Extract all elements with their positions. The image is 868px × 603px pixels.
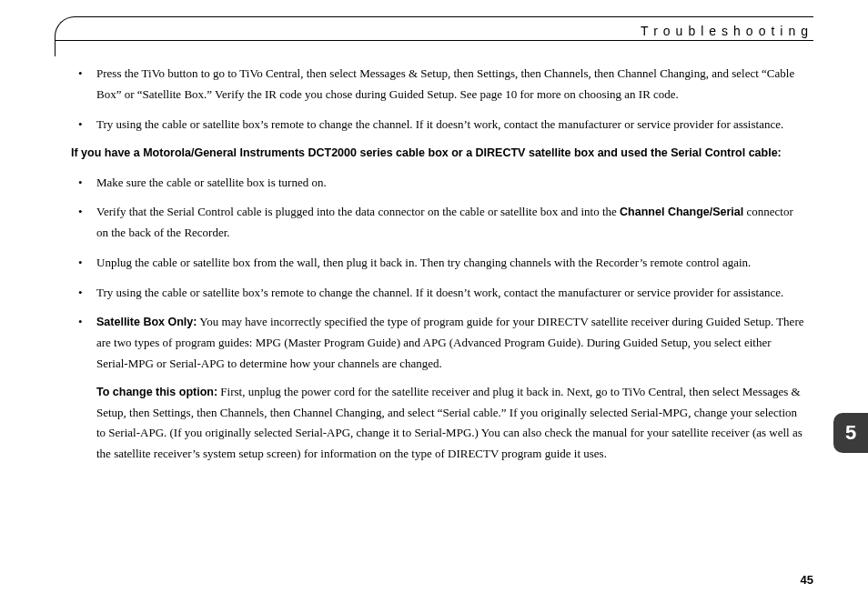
header-bottom-rule bbox=[55, 40, 813, 41]
bold-label: Satellite Box Only: bbox=[96, 316, 197, 328]
page: Troubleshooting Press the TiVo button to… bbox=[0, 0, 868, 603]
list-item: Unplug the cable or satellite box from t… bbox=[71, 253, 804, 274]
content-area: Press the TiVo button to go to TiVo Cent… bbox=[55, 55, 813, 465]
text-fragment: You may have incorrectly specified the t… bbox=[96, 315, 803, 370]
list-item: Verify that the Serial Control cable is … bbox=[71, 202, 804, 244]
bullet-list-main: Make sure the cable or satellite box is … bbox=[71, 173, 804, 465]
bullet-list-top: Press the TiVo button to go to TiVo Cent… bbox=[71, 64, 804, 135]
bold-label: To change this option: bbox=[96, 386, 217, 398]
list-item: Try using the cable or satellite box’s r… bbox=[71, 283, 804, 304]
header-divider: Troubleshooting bbox=[55, 16, 813, 40]
header-top-rule bbox=[75, 16, 813, 17]
bold-term: Channel Change/Serial bbox=[620, 206, 743, 218]
text-fragment: Verify that the Serial Control cable is … bbox=[96, 205, 620, 218]
header-curve bbox=[55, 16, 95, 56]
list-item: Try using the cable or satellite box’s r… bbox=[71, 115, 804, 136]
sub-paragraph: To change this option: First, unplug the… bbox=[96, 382, 804, 465]
chapter-tab: 5 bbox=[833, 413, 868, 453]
condition-heading: If you have a Motorola/General Instrumen… bbox=[71, 144, 804, 163]
list-item: Press the TiVo button to go to TiVo Cent… bbox=[71, 64, 804, 106]
page-number: 45 bbox=[801, 573, 813, 587]
list-item: Satellite Box Only: You may have incorre… bbox=[71, 312, 804, 465]
section-title: Troubleshooting bbox=[631, 24, 813, 38]
list-item: Make sure the cable or satellite box is … bbox=[71, 173, 804, 194]
